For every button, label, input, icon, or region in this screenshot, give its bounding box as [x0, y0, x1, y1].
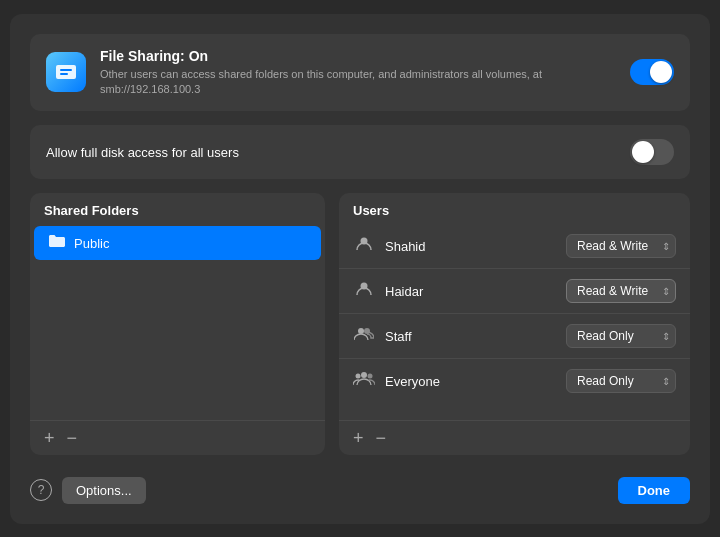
users-table: Shahid Read & Write Read Only Write Only…: [339, 224, 690, 419]
users-header: Users: [339, 193, 690, 224]
main-content: Shared Folders Public + − Users: [30, 193, 690, 454]
user-row-everyone: Everyone Read & Write Read Only Write On…: [339, 359, 690, 403]
bottom-bar: ? Options... Done: [30, 469, 690, 504]
full-disk-label: Allow full disk access for all users: [46, 145, 630, 160]
user-name-staff: Staff: [385, 329, 556, 344]
folder-item-label: Public: [74, 236, 109, 251]
file-sharing-desc: Other users can access shared folders on…: [100, 67, 616, 98]
user-single-icon-haidar: [353, 281, 375, 301]
users-footer: + −: [339, 420, 690, 455]
toggle-knob: [650, 61, 672, 83]
shared-folders-header: Shared Folders: [30, 193, 325, 224]
user-row-haidar: Haidar Read & Write Read Only Write Only…: [339, 269, 690, 314]
toggle-knob-disk: [632, 141, 654, 163]
svg-point-6: [364, 328, 370, 334]
svg-point-8: [361, 372, 367, 378]
permission-wrapper-everyone: Read & Write Read Only Write Only No Acc…: [566, 369, 676, 393]
remove-user-button[interactable]: −: [376, 429, 387, 447]
shared-folders-panel: Shared Folders Public + −: [30, 193, 325, 454]
user-name-everyone: Everyone: [385, 374, 556, 389]
permission-select-staff[interactable]: Read & Write Read Only Write Only No Acc…: [566, 324, 676, 348]
folder-icon: [48, 234, 66, 252]
file-sharing-dialog: File Sharing: On Other users can access …: [10, 14, 710, 524]
full-disk-access-row: Allow full disk access for all users: [30, 125, 690, 179]
permission-select-everyone[interactable]: Read & Write Read Only Write Only No Acc…: [566, 369, 676, 393]
file-sharing-icon: [46, 52, 86, 92]
file-sharing-toggle[interactable]: [630, 59, 674, 85]
full-disk-toggle[interactable]: [630, 139, 674, 165]
svg-point-9: [368, 374, 373, 379]
remove-folder-button[interactable]: −: [67, 429, 78, 447]
permission-select-shahid[interactable]: Read & Write Read Only Write Only No Acc…: [566, 234, 676, 258]
file-sharing-card: File Sharing: On Other users can access …: [30, 34, 690, 112]
user-name-shahid: Shahid: [385, 239, 556, 254]
user-name-haidar: Haidar: [385, 284, 556, 299]
add-user-button[interactable]: +: [353, 429, 364, 447]
options-button[interactable]: Options...: [62, 477, 146, 504]
user-group-icon-staff: [353, 326, 375, 346]
folder-item-public[interactable]: Public: [34, 226, 321, 260]
svg-rect-1: [60, 69, 72, 71]
svg-point-5: [358, 328, 364, 334]
svg-point-7: [356, 374, 361, 379]
user-row-staff: Staff Read & Write Read Only Write Only …: [339, 314, 690, 359]
svg-rect-0: [56, 65, 76, 79]
shared-folders-footer: + −: [30, 420, 325, 455]
help-button[interactable]: ?: [30, 479, 52, 501]
user-row-shahid: Shahid Read & Write Read Only Write Only…: [339, 224, 690, 269]
shared-folders-list: Public: [30, 224, 325, 419]
svg-rect-2: [60, 73, 68, 75]
done-button[interactable]: Done: [618, 477, 691, 504]
permission-wrapper-staff: Read & Write Read Only Write Only No Acc…: [566, 324, 676, 348]
user-everyone-icon: [353, 371, 375, 391]
permission-wrapper-haidar: Read & Write Read Only Write Only No Acc…: [566, 279, 676, 303]
permission-wrapper-shahid: Read & Write Read Only Write Only No Acc…: [566, 234, 676, 258]
permission-select-haidar[interactable]: Read & Write Read Only Write Only No Acc…: [566, 279, 676, 303]
file-sharing-text: File Sharing: On Other users can access …: [100, 48, 616, 98]
add-folder-button[interactable]: +: [44, 429, 55, 447]
user-single-icon: [353, 236, 375, 256]
users-panel: Users Shahid Read & Write Read Onl: [339, 193, 690, 454]
file-sharing-title: File Sharing: On: [100, 48, 616, 64]
